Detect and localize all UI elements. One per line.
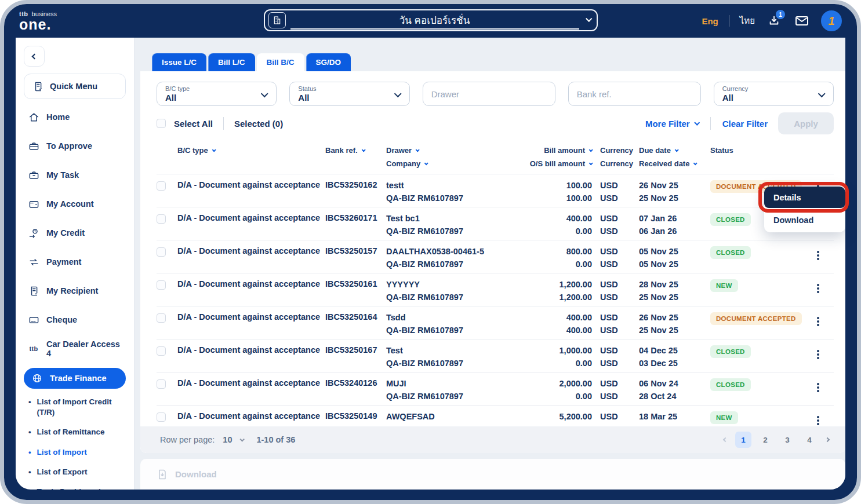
tab[interactable]: Issue L/C [152, 53, 206, 71]
context-menu-details[interactable]: Details [764, 187, 845, 208]
page-number-button[interactable]: 3 [779, 432, 795, 448]
row-checkbox[interactable] [157, 247, 166, 257]
cell-bill-amount: 1,000.00 [522, 345, 592, 356]
next-page-button[interactable] [823, 436, 831, 444]
cell-bank-ref: IBC53250149 [325, 411, 386, 421]
bank-ref-input[interactable] [568, 82, 701, 106]
table-row[interactable]: D/A - Document against acceptance IBC532… [157, 339, 834, 372]
language-thai-button[interactable]: ไทย [740, 14, 755, 28]
cell-bank-ref: IBC53240126 [325, 378, 386, 388]
submenu-item[interactable]: • Trade Dashboard [24, 482, 126, 490]
cell-drawer: testt [386, 180, 522, 191]
row-menu-button[interactable] [817, 320, 819, 323]
row-checkbox[interactable] [157, 412, 166, 422]
row-checkbox[interactable] [157, 346, 166, 356]
briefcase-icon [27, 170, 40, 181]
submenu-item-label: List of Export [37, 467, 88, 477]
col-bank-ref: Bank ref. [325, 146, 358, 155]
previous-page-button[interactable] [721, 436, 729, 444]
select-all-label[interactable]: Select All [174, 119, 213, 129]
sort-icon[interactable] [693, 161, 697, 165]
sidebar-item-cheque[interactable]: Cheque [24, 305, 126, 334]
cell-received-date: 06 Jan 26 [639, 226, 702, 237]
sort-icon[interactable] [212, 148, 216, 152]
sidebar-item-my-recipient[interactable]: My Recipient [24, 276, 126, 305]
status-badge: CLOSED [710, 213, 751, 226]
bullet-icon: • [28, 467, 31, 477]
downloads-button[interactable]: 1 [765, 12, 783, 30]
cell-currency-2: USD [600, 391, 635, 402]
chevron-down-icon[interactable] [240, 437, 245, 441]
cell-bank-ref: IBC53260171 [325, 213, 386, 222]
sidebar-collapse-button[interactable] [24, 46, 45, 67]
avatar[interactable]: 1 [821, 10, 842, 31]
tab[interactable]: Bill B/C [257, 53, 304, 71]
submenu-item[interactable]: • List of Import [24, 443, 126, 462]
drawer-input[interactable] [423, 82, 555, 106]
sidebar-item-car-dealer-access[interactable]: ttb Car Dealer Access 4 [24, 334, 126, 363]
company-selector[interactable]: วัน คอเปอร์เรชั่น [264, 9, 598, 31]
bc-type-filter[interactable]: B/C type All [157, 82, 277, 106]
row-checkbox[interactable] [157, 214, 166, 224]
submenu-item[interactable]: • List of Import Credit (T/R) [24, 392, 126, 422]
bc-type-filter-label: B/C type [165, 85, 261, 93]
cell-drawer: YYYYYY [386, 279, 522, 290]
sidebar-item-label: Trade Finance [50, 374, 107, 383]
submenu-item[interactable]: • List of Remittance [24, 422, 126, 442]
more-filter-button[interactable]: More Filter [645, 119, 699, 129]
row-menu-button[interactable] [817, 386, 819, 389]
selected-count: Selected (0) [234, 119, 283, 129]
sidebar-item-my-task[interactable]: My Task [24, 160, 126, 189]
sidebar-item-label: Payment [46, 257, 81, 266]
page-number-button[interactable]: 1 [735, 432, 751, 448]
sort-icon[interactable] [361, 148, 365, 152]
row-checkbox[interactable] [157, 280, 166, 290]
cell-os-bill-amount: 0.00 [522, 259, 592, 270]
submenu-item[interactable]: • List of Export [24, 462, 126, 482]
mail-button[interactable] [793, 12, 811, 30]
rows-per-page-value[interactable]: 10 [223, 435, 232, 444]
bulk-download-button[interactable]: Download [157, 469, 217, 480]
sidebar-item-payment[interactable]: Payment [24, 247, 126, 276]
cell-currency: USD [600, 345, 635, 356]
row-menu-button[interactable] [817, 419, 819, 422]
row-checkbox[interactable] [157, 379, 166, 389]
sort-icon[interactable] [424, 161, 428, 165]
tab[interactable]: SG/DO [306, 53, 351, 71]
row-menu-button[interactable] [817, 287, 819, 290]
sidebar-item-my-account[interactable]: My Account [24, 189, 126, 218]
currency-filter[interactable]: Currency All [714, 82, 834, 106]
table-row[interactable]: D/A - Document against acceptance IBC532… [157, 174, 834, 207]
row-checkbox[interactable] [157, 313, 166, 323]
apply-button[interactable]: Apply [778, 112, 834, 134]
sidebar-item-home[interactable]: Home [24, 103, 126, 132]
row-checkbox[interactable] [157, 181, 166, 191]
bill-list-card: B/C type All Status All [140, 71, 845, 453]
quick-menu-label: Quick Menu [50, 82, 97, 91]
status-filter[interactable]: Status All [289, 82, 409, 106]
table-row[interactable]: D/A - Document against acceptance IBC532… [157, 240, 834, 273]
tab-label: Issue L/C [162, 58, 197, 67]
sidebar-item-trade-finance[interactable]: Trade Finance [24, 368, 126, 389]
context-menu-download[interactable]: Download [764, 208, 845, 232]
table-row[interactable]: D/A - Document against acceptance IBC532… [157, 372, 834, 406]
language-eng-button[interactable]: Eng [702, 16, 718, 26]
sidebar-item-to-approve[interactable]: To Approve [24, 132, 126, 160]
sort-icon[interactable] [416, 148, 420, 152]
sort-icon[interactable] [675, 148, 679, 152]
table-row[interactable]: D/A - Document against acceptance IBC532… [157, 273, 834, 306]
row-menu-button[interactable] [817, 254, 819, 257]
table-row[interactable]: D/A - Document against acceptance IBC532… [157, 306, 834, 339]
page-number-button[interactable]: 2 [757, 432, 773, 448]
table-row[interactable]: D/A - Document against acceptance IBC532… [157, 207, 834, 240]
sidebar-item-quick-menu[interactable]: Quick Menu [24, 74, 126, 99]
row-menu-button[interactable] [817, 353, 819, 356]
cell-bc-type: D/A - Document against acceptance [177, 345, 325, 355]
sidebar-item-my-credit[interactable]: My Credit [24, 218, 126, 247]
page-number-button[interactable]: 4 [801, 432, 818, 448]
clear-filter-button[interactable]: Clear Filter [722, 119, 768, 129]
select-all-checkbox[interactable] [157, 119, 166, 128]
tab[interactable]: Bill L/C [208, 53, 255, 71]
currency-filter-value: All [722, 93, 819, 103]
table-row[interactable]: D/A - Document against acceptance IBC532… [157, 406, 834, 426]
